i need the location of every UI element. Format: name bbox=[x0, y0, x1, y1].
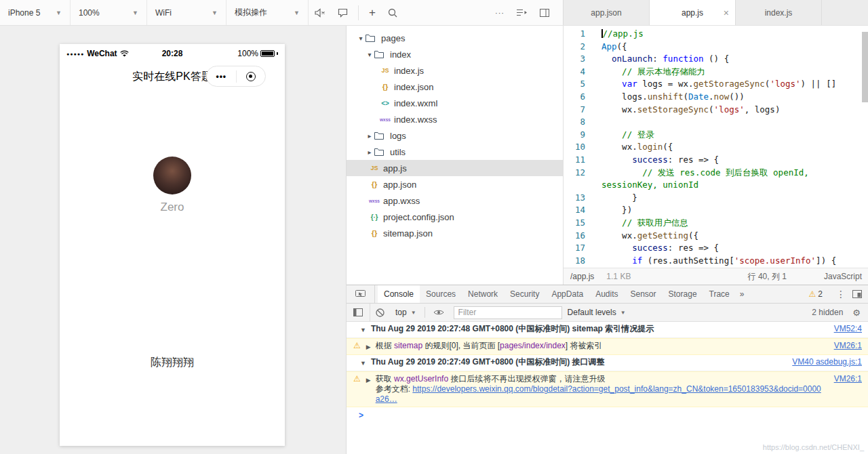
close-tab-icon[interactable]: × bbox=[724, 8, 729, 18]
upper-split: ▾pages▾indexJSindex.js{}index.json<>inde… bbox=[347, 26, 868, 285]
tree-item-utils[interactable]: ▸utils bbox=[347, 144, 563, 160]
source-location-link[interactable]: VM40 asdebug.js:1 bbox=[792, 357, 862, 367]
code-text[interactable]: // 发送 res.code 到后台换取 openId, sessionKey,… bbox=[596, 167, 868, 192]
code-text[interactable]: // 登录 bbox=[596, 129, 868, 142]
eye-icon[interactable] bbox=[433, 309, 444, 316]
devtools-tab-audits[interactable]: Audits bbox=[589, 285, 624, 303]
tree-item-index.wxss[interactable]: wxssindex.wxss bbox=[347, 111, 563, 127]
code-text[interactable] bbox=[596, 116, 868, 129]
tree-item-index.wxml[interactable]: <>index.wxml bbox=[347, 95, 563, 111]
status-language[interactable]: JavaScript bbox=[824, 272, 862, 281]
devtools-tab-console[interactable]: Console bbox=[378, 285, 420, 303]
tree-item-app.wxss[interactable]: wxssapp.wxss bbox=[347, 192, 563, 209]
filter-input[interactable] bbox=[454, 306, 562, 319]
code-text[interactable]: var logs = wx.getStorageSync('logs') || … bbox=[596, 78, 868, 91]
console-prompt[interactable]: > bbox=[347, 407, 868, 423]
exit-miniprogram-button[interactable] bbox=[237, 72, 266, 81]
code-text[interactable]: }) bbox=[596, 204, 868, 217]
tree-item-pages[interactable]: ▾pages bbox=[347, 30, 563, 46]
chevron-down-icon[interactable]: ▾ bbox=[365, 51, 374, 58]
tree-item-logs[interactable]: ▸logs bbox=[347, 127, 563, 144]
compile-mode-icon[interactable] bbox=[517, 9, 528, 17]
gear-icon[interactable]: ⚙ bbox=[852, 308, 861, 318]
chat-bubble-icon[interactable] bbox=[338, 8, 348, 18]
devtools-tab-security[interactable]: Security bbox=[504, 285, 545, 303]
inspect-element-icon[interactable] bbox=[347, 285, 375, 303]
warning-count-badge[interactable]: ⚠ 2 bbox=[809, 289, 823, 299]
code-text[interactable]: success: res => { bbox=[596, 154, 868, 167]
code-text[interactable]: // 获取用户信息 bbox=[596, 217, 868, 230]
more-tabs-icon[interactable]: » bbox=[740, 289, 745, 299]
devtools-tab-network[interactable]: Network bbox=[462, 285, 504, 303]
code-editor[interactable]: 1//app.js2App({3 onLaunch: function () {… bbox=[564, 26, 868, 268]
add-icon[interactable]: + bbox=[369, 7, 376, 18]
device-selector[interactable]: iPhone 5 ▼ bbox=[0, 0, 71, 25]
collapse-toggle-icon[interactable]: ▼ bbox=[360, 325, 366, 335]
code-text[interactable]: App({ bbox=[596, 41, 868, 54]
code-text[interactable]: success: res => { bbox=[596, 242, 868, 255]
more-menu-button[interactable]: ••• bbox=[207, 72, 236, 81]
code-text[interactable]: // 展示本地存储能力 bbox=[596, 66, 868, 79]
source-location-link[interactable]: VM26:1 bbox=[834, 341, 862, 351]
code-text[interactable]: wx.setStorageSync('logs', logs) bbox=[596, 104, 868, 117]
console-sidebar-icon[interactable] bbox=[347, 304, 370, 321]
code-line-19: 19 // 已经授权，可以直接调用 getUserInfo 获取头像昵称 bbox=[564, 267, 868, 268]
collapse-toggle-icon[interactable]: ▼ bbox=[360, 358, 366, 369]
code-text[interactable]: if (res.authSetting['scope.userInfo']) { bbox=[596, 255, 868, 268]
code-text[interactable]: logs.unshift(Date.now()) bbox=[596, 91, 868, 104]
code-text[interactable]: wx.login({ bbox=[596, 141, 868, 154]
expand-toggle-icon[interactable]: ▶ bbox=[366, 342, 371, 352]
tree-item-project.config.json[interactable]: {∙}project.config.json bbox=[347, 209, 563, 225]
chevron-right-icon[interactable]: ▸ bbox=[365, 148, 374, 156]
tree-item-sitemap.json[interactable]: {}sitemap.json bbox=[347, 225, 563, 241]
more-actions-icon[interactable]: ··· bbox=[495, 9, 505, 17]
devtools-tab-sensor[interactable]: Sensor bbox=[625, 285, 663, 303]
tree-item-index[interactable]: ▾index bbox=[347, 46, 563, 62]
tab-label: app.json bbox=[591, 8, 621, 18]
message-text: 获取 wx.getUserInfo 接口后续将不再出现授权弹窗，请注意升级 参考… bbox=[376, 374, 825, 405]
tree-item-app.js[interactable]: JSapp.js bbox=[347, 160, 563, 176]
user-avatar[interactable] bbox=[153, 157, 191, 194]
tab-app.json[interactable]: app.json bbox=[564, 0, 650, 25]
code-line-14: 14 }) bbox=[564, 204, 868, 217]
status-file-path: /app.js bbox=[570, 272, 594, 281]
code-text[interactable]: onLaunch: function () { bbox=[596, 53, 868, 66]
network-selector[interactable]: WiFi ▼ bbox=[147, 0, 226, 25]
tab-index.js[interactable]: index.js bbox=[736, 0, 822, 25]
tab-app.js[interactable]: app.js× bbox=[650, 0, 736, 25]
carrier-label: WeChat bbox=[87, 49, 117, 58]
message-link[interactable]: https://developers.weixin.qq.com/blogdet… bbox=[376, 384, 821, 404]
source-location-link[interactable]: VM26:1 bbox=[834, 374, 862, 384]
expand-toggle-icon[interactable]: ▶ bbox=[366, 375, 371, 386]
code-text[interactable]: // 已经授权，可以直接调用 getUserInfo 获取头像昵称 bbox=[596, 267, 868, 268]
split-layout-icon[interactable] bbox=[540, 9, 549, 17]
tree-item-index.js[interactable]: JSindex.js bbox=[347, 62, 563, 79]
kebab-menu-icon[interactable]: ⋮ bbox=[836, 289, 846, 300]
code-text[interactable]: } bbox=[596, 192, 868, 205]
devtools-tab-list: ConsoleSourcesNetworkSecurityAppDataAudi… bbox=[378, 285, 736, 303]
mute-speaker-icon[interactable] bbox=[315, 8, 326, 18]
devtools-tab-trace[interactable]: Trace bbox=[703, 285, 736, 303]
devtools-tab-sources[interactable]: Sources bbox=[420, 285, 462, 303]
execution-context-selector[interactable]: top ▼ bbox=[395, 308, 416, 317]
editor-scrollbar[interactable] bbox=[862, 32, 868, 102]
tree-item-label: project.config.json bbox=[383, 212, 454, 222]
clear-console-icon[interactable] bbox=[376, 308, 384, 317]
tree-item-index.json[interactable]: {}index.json bbox=[347, 79, 563, 95]
code-text[interactable]: wx.getSetting({ bbox=[596, 230, 868, 243]
chevron-down-icon[interactable]: ▾ bbox=[356, 35, 366, 42]
log-levels-selector[interactable]: Default levels ▼ bbox=[568, 308, 626, 317]
simulate-actions-selector[interactable]: 模拟操作 ▼ bbox=[226, 0, 309, 25]
search-icon[interactable] bbox=[388, 8, 397, 18]
chevron-right-icon[interactable]: ▸ bbox=[365, 132, 374, 140]
code-line-13: 13 } bbox=[564, 192, 868, 205]
tree-item-app.json[interactable]: {}app.json bbox=[347, 176, 563, 192]
source-location-link[interactable]: VM52:4 bbox=[834, 324, 862, 334]
zoom-selector[interactable]: 100% ▼ bbox=[71, 0, 147, 25]
code-text[interactable]: //app.js bbox=[596, 28, 868, 41]
code-line-5: 5 var logs = wx.getStorageSync('logs') |… bbox=[564, 78, 868, 91]
dock-side-icon[interactable] bbox=[852, 290, 862, 298]
devtools-tab-storage[interactable]: Storage bbox=[663, 285, 703, 303]
folder-icon bbox=[374, 148, 388, 156]
devtools-tab-appdata[interactable]: AppData bbox=[545, 285, 589, 303]
